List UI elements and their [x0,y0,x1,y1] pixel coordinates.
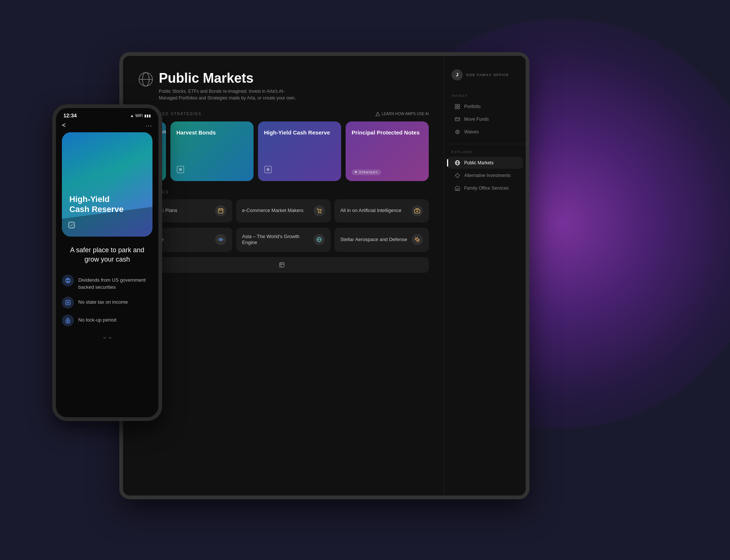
dividends-icon [62,275,74,287]
asia-icon [314,234,325,245]
more-button[interactable]: ··· [146,123,152,129]
ai-icon [412,205,423,216]
strategy-card-principal[interactable]: Principal Protected Notes ⚑STRATEGY [346,121,429,181]
active-indicator [447,159,448,167]
page-title-group: Public Markets Public Stocks, ETFs and B… [159,71,301,101]
scene-container: Public Markets Public Stocks, ETFs and B… [52,30,686,529]
card-title-highyield: High-Yield Cash Reserve [264,129,335,136]
ai-section-header: AI-MANAGED STRATEGIES LEARN HOW AMPS USE… [138,112,429,116]
svg-rect-45 [457,189,458,190]
svg-point-35 [456,130,459,134]
portfolio-icon [454,104,460,110]
svg-point-36 [457,131,458,133]
sidebar-item-waives[interactable]: Waives [447,126,523,138]
waives-icon [454,129,460,135]
waives-label: Waives [464,129,479,135]
svg-rect-33 [455,118,460,121]
sidebar-item-publicmarkets[interactable]: Public Markets [447,157,523,169]
tax-icon [62,297,74,309]
tablet-device: Public Markets Public Stocks, ETFs and B… [119,52,529,499]
stellar-icon [412,234,423,245]
phone-feature-dividends: Dividends from US government backed secu… [62,275,152,290]
invest-section-title: INVEST [444,94,526,98]
custom-card-title-stellar: Stellar Aerospace and Defense [340,237,412,243]
card-title-harvest: Harvest Bonds [176,129,248,136]
phone-feature-lockup: No lock-up period [62,314,152,326]
publicmarkets-icon [454,160,460,166]
feature-text-tax: No state tax on income [78,297,128,306]
battery-icon: ▮▮▮ [144,114,151,118]
custom-card-ecommerce[interactable]: e-Commerce Market Makers [236,199,330,222]
custom-card-title-asia: Asia – The World's Growth Engine [242,234,313,246]
svg-point-53 [67,321,69,322]
svg-point-27 [418,241,419,241]
learn-link[interactable]: LEARN HOW AMPS USE AI [375,112,429,116]
public-markets-icon [138,72,154,87]
phone-card-icon [68,221,75,231]
custom-card-title-ecommerce: e-Commerce Market Makers [242,208,313,214]
svg-point-21 [220,239,221,240]
feature-text-dividends: Dividends from US government backed secu… [78,275,152,290]
sidebar-divider [444,144,526,144]
harvest-card-icon [176,165,185,175]
sidebar-item-portfolio[interactable]: Portfolio [447,101,523,113]
page-subtitle: Public Stocks, ETFs and Bonds re-imagine… [159,88,301,101]
explore-section-title: EXPLORE [444,150,526,154]
phone-nav: < ··· [56,120,158,132]
movefunds-icon [454,116,460,122]
svg-marker-44 [455,173,460,178]
custom-cards-grid-row2: ion in the Asia – The World's Growth Eng… [138,228,429,252]
ecommerce-icon [314,205,325,216]
strategy-card-highyield[interactable]: High-Yield Cash Reserve [258,121,341,181]
custom-cards-grid-row1: Thematic Plans e-Commerce Market Makers [138,199,429,222]
ion-icon [215,234,226,245]
custom-card-ai[interactable]: All in on Artificial Intelligence [334,199,429,222]
tablet-sidebar: J DOE FAMILY OFFICE INVEST [444,56,526,496]
svg-point-16 [318,212,319,213]
strategy-badge: ⚑STRATEGY [352,170,381,175]
scroll-indicator: ⌄⌄ [62,332,152,341]
phone-content: A safer place to park andgrow your cash … [56,237,158,417]
strategy-card-harvest[interactable]: Harvest Bonds [170,121,254,181]
familyoffice-label: Family Office Services [464,186,509,191]
thematic-icon [215,205,226,216]
sidebar-item-altinvestments[interactable]: Alternative Investments [447,170,523,181]
publicmarkets-label: Public Markets [464,160,494,165]
highyield-card-icon [264,165,272,175]
ai-strategy-cards: Aggressive Growth Harvest Bonds [138,121,429,181]
custom-card-stellar[interactable]: Stellar Aerospace and Defense [334,228,429,252]
tablet-inner: Public Markets Public Stocks, ETFs and B… [123,56,526,496]
feature-text-lockup: No lock-up period [78,314,116,323]
page-header: Public Markets Public Stocks, ETFs and B… [138,71,429,101]
sidebar-item-familyoffice[interactable]: Family Office Services [447,182,523,194]
svg-point-25 [416,238,418,241]
page-title: Public Markets [159,71,301,86]
custom-card-title-ai: All in on Artificial Intelligence [340,208,412,214]
sidebar-username: DOE FAMILY OFFICE [466,73,509,77]
user-avatar: J [451,69,463,80]
build-strategy-button[interactable] [138,257,429,273]
sidebar-item-movefunds[interactable]: Move Funds [447,113,523,125]
lockup-icon [62,314,74,326]
card-title-principal: Principal Protected Notes [352,129,423,136]
phone-tagline: A safer place to park andgrow your cash [62,246,152,264]
familyoffice-icon [454,185,460,191]
back-button[interactable]: < [62,121,66,129]
svg-rect-30 [458,104,460,106]
phone-card: High-YieldCash Reserve [62,132,152,237]
tablet-main-content: Public Markets Public Stocks, ETFs and B… [123,56,444,496]
phone-feature-tax: No state tax on income [62,297,152,309]
svg-rect-29 [455,104,457,106]
svg-marker-3 [376,112,380,116]
phone-status-bar: 12:34 ▲ WiFi ▮▮▮ [56,108,158,120]
custom-section-label: STRATEGIES [138,190,429,194]
custom-card-asia[interactable]: Asia – The World's Growth Engine [236,228,330,252]
svg-rect-52 [66,320,70,323]
portfolio-label: Portfolio [464,104,481,109]
svg-rect-12 [218,209,223,213]
svg-rect-31 [455,107,457,109]
phone-indicators: ▲ WiFi ▮▮▮ [130,114,151,118]
phone-device: 12:34 ▲ WiFi ▮▮▮ < ··· High-YieldCash Re… [52,104,162,421]
movefunds-label: Move Funds [464,117,489,122]
signal-icon: ▲ [130,114,134,118]
